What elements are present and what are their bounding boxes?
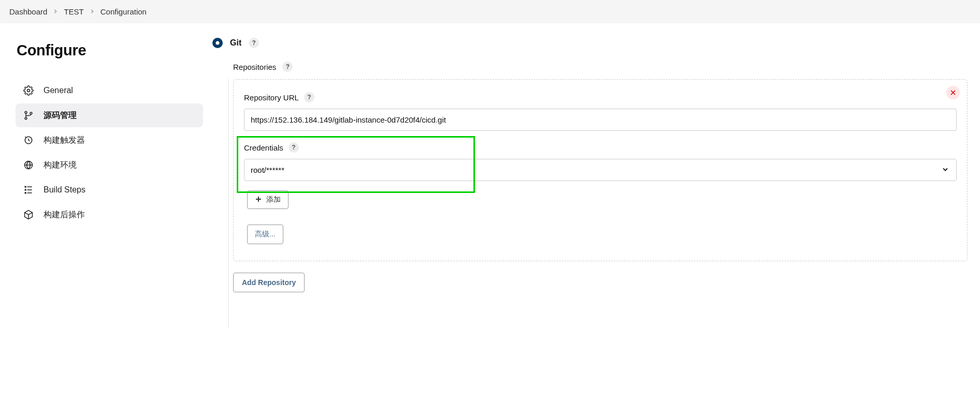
credentials-select[interactable]: root/****** [244, 159, 957, 181]
git-option-label: Git [230, 38, 241, 48]
close-icon[interactable] [946, 86, 960, 99]
sidebar-item-scm[interactable]: 源码管理 [16, 103, 203, 127]
breadcrumb: Dashboard TEST Configuration [0, 0, 980, 23]
repository-panel: Repository URL ? Credentials ? root/****… [233, 79, 968, 261]
repositories-label: Repositories [233, 63, 276, 71]
credentials-label: Credentials [244, 143, 283, 152]
content-area: Git ? Repositories ? Repository URL ? [212, 23, 980, 329]
breadcrumb-item-dashboard[interactable]: Dashboard [9, 7, 47, 16]
plus-icon [255, 196, 262, 204]
sidebar-item-label: 构建触发器 [44, 135, 85, 146]
help-icon[interactable]: ? [249, 38, 259, 48]
svg-point-2 [25, 117, 27, 120]
sidebar: Configure General 源码管理 构建触发器 [0, 23, 212, 329]
add-credentials-button[interactable]: 添加 [247, 190, 289, 209]
sidebar-item-label: Build Steps [44, 185, 85, 195]
svg-point-3 [30, 112, 32, 114]
sidebar-item-label: General [44, 86, 73, 95]
sidebar-item-env[interactable]: 构建环境 [16, 153, 203, 177]
git-branch-icon [23, 110, 34, 121]
chevron-right-icon [90, 9, 94, 15]
sidebar-item-label: 源码管理 [44, 110, 77, 121]
package-icon [23, 209, 34, 220]
chevron-right-icon [53, 9, 57, 15]
repository-url-label: Repository URL [244, 93, 299, 102]
sidebar-item-general[interactable]: General [16, 79, 203, 102]
help-icon[interactable]: ? [289, 142, 299, 153]
add-repository-button[interactable]: Add Repository [233, 273, 305, 292]
help-icon[interactable]: ? [282, 62, 293, 72]
sidebar-item-triggers[interactable]: 构建触发器 [16, 128, 203, 152]
svg-point-1 [25, 111, 27, 113]
add-credentials-label: 添加 [266, 195, 281, 204]
sidebar-item-label: 构建后操作 [44, 210, 85, 220]
sidebar-item-label: 构建环境 [44, 160, 77, 171]
list-icon [23, 184, 34, 196]
svg-point-0 [27, 89, 30, 92]
advanced-label: 高级... [255, 230, 276, 239]
advanced-button[interactable]: 高级... [247, 225, 283, 244]
globe-icon [23, 159, 34, 171]
add-repository-label: Add Repository [242, 278, 296, 287]
help-icon[interactable]: ? [304, 92, 314, 102]
radio-selected-icon[interactable] [212, 38, 223, 48]
page-title: Configure [17, 42, 203, 59]
gear-icon [23, 85, 34, 96]
clock-icon [23, 135, 34, 146]
breadcrumb-item-configuration[interactable]: Configuration [100, 7, 147, 16]
repository-url-input[interactable] [244, 109, 957, 131]
sidebar-item-post[interactable]: 构建后操作 [16, 203, 203, 227]
breadcrumb-item-test[interactable]: TEST [64, 7, 83, 16]
sidebar-item-steps[interactable]: Build Steps [16, 178, 203, 202]
